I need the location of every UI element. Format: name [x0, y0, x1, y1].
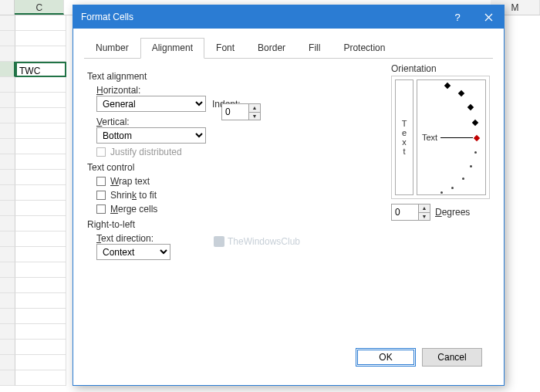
dialog-tabs: Number Alignment Font Border Fill Protec… [84, 38, 493, 59]
dialog-title: Format Cells [81, 12, 442, 22]
orientation-vertical-button[interactable]: Text [395, 79, 413, 195]
dialog-titlebar[interactable]: Format Cells ? [73, 5, 504, 29]
tab-fill[interactable]: Fill [297, 38, 332, 58]
degrees-spinner[interactable]: ▲▼ [391, 204, 430, 221]
active-cell[interactable]: TWC [15, 62, 66, 77]
degrees-input[interactable] [392, 204, 418, 220]
orientation-arc[interactable]: Text [417, 79, 486, 195]
cancel-button[interactable]: Cancel [422, 348, 482, 367]
tab-alignment[interactable]: Alignment [140, 38, 204, 59]
degrees-up-icon[interactable]: ▲ [419, 204, 430, 213]
tab-number[interactable]: Number [84, 38, 140, 58]
horizontal-select[interactable]: General [96, 96, 206, 112]
tab-protection[interactable]: Protection [332, 38, 397, 58]
ok-button[interactable]: OK [356, 348, 416, 367]
format-cells-dialog: Format Cells ? Number Alignment Font Bor… [73, 5, 505, 386]
help-button[interactable]: ? [442, 5, 473, 29]
text-direction-select[interactable]: Context [96, 244, 170, 260]
tab-font[interactable]: Font [204, 38, 246, 58]
orientation-box: Text Text [391, 76, 490, 199]
orientation-text-label: Text [422, 133, 437, 142]
tab-border[interactable]: Border [246, 38, 297, 58]
column-header-c[interactable]: C [15, 0, 64, 15]
close-button[interactable] [473, 5, 504, 29]
orientation-label: Orientation [391, 63, 490, 74]
indent-spinner[interactable]: ▲▼ [221, 103, 261, 120]
right-to-left-label: Right-to-left [87, 219, 490, 230]
indent-down-icon[interactable]: ▼ [249, 113, 260, 120]
vertical-select[interactable]: Bottom [96, 127, 206, 144]
indent-input[interactable] [222, 104, 248, 120]
indent-up-icon[interactable]: ▲ [249, 104, 260, 113]
text-direction-label: Text direction: [96, 233, 490, 244]
degrees-label: Degrees [435, 207, 470, 218]
degrees-down-icon[interactable]: ▼ [419, 213, 430, 221]
